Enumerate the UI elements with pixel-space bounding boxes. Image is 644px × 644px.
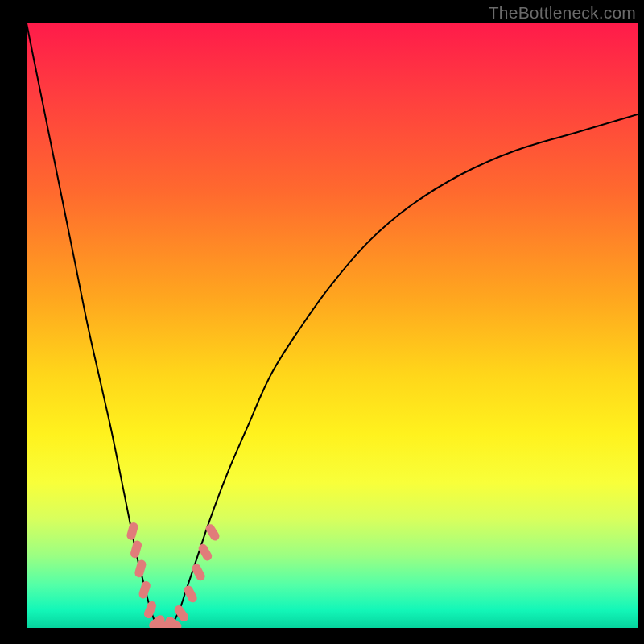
curve-marker <box>134 559 147 578</box>
outer-frame: TheBottleneck.com <box>0 0 644 644</box>
plot-area <box>27 23 638 628</box>
curve-marker <box>130 539 143 559</box>
curve-marker <box>204 522 221 542</box>
bottleneck-curve <box>27 23 638 628</box>
chart-svg <box>27 23 638 628</box>
watermark-text: TheBottleneck.com <box>489 3 636 23</box>
curve-marker <box>126 522 139 541</box>
curve-marker <box>138 580 151 600</box>
curve-marker <box>142 600 157 620</box>
